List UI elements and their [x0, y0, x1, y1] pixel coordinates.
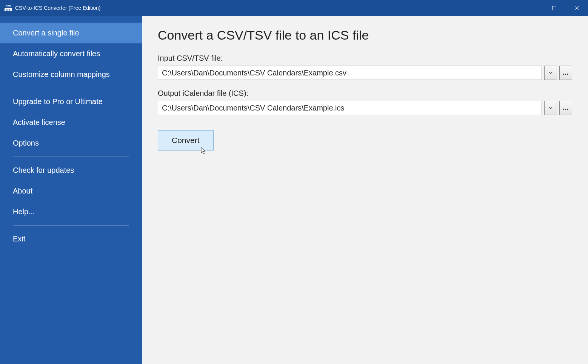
nav-customize-mappings[interactable]: Customize column mappings — [0, 64, 142, 85]
nav-upgrade[interactable]: Upgrade to Pro or Ultimate — [0, 91, 142, 112]
sidebar-divider — [13, 225, 129, 226]
window-title: CSV-to-ICS Converter (Free Edition) — [15, 5, 520, 11]
sidebar-divider — [13, 88, 129, 88]
page-title: Convert a CSV/TSV file to an ICS file — [158, 28, 572, 43]
output-file-browse-button[interactable]: ... — [559, 101, 572, 115]
nav-help[interactable]: Help... — [0, 201, 142, 222]
window-controls — [520, 0, 588, 16]
input-file-field[interactable] — [158, 66, 542, 80]
chevron-down-icon — [549, 72, 553, 74]
app-icon: CSV ICS — [5, 4, 12, 12]
nav-about[interactable]: About — [0, 181, 142, 201]
output-file-dropdown-button[interactable] — [544, 101, 557, 115]
svg-rect-1 — [552, 6, 556, 10]
main-panel: Convert a CSV/TSV file to an ICS file In… — [142, 16, 588, 364]
output-file-label: Output iCalendar file (ICS): — [158, 89, 572, 98]
nav-activate-license[interactable]: Activate license — [0, 112, 142, 133]
nav-exit[interactable]: Exit — [0, 229, 142, 249]
titlebar: CSV ICS CSV-to-ICS Converter (Free Editi… — [0, 0, 588, 16]
nav-auto-convert-files[interactable]: Automatically convert files — [0, 43, 142, 64]
minimize-button[interactable] — [520, 0, 543, 16]
nav-options[interactable]: Options — [0, 133, 142, 154]
input-file-label: Input CSV/TSV file: — [158, 54, 572, 63]
maximize-button[interactable] — [543, 0, 565, 16]
output-file-field[interactable] — [158, 101, 542, 115]
chevron-down-icon — [549, 107, 553, 109]
nav-convert-single-file[interactable]: Convert a single file — [0, 23, 142, 43]
close-button[interactable] — [565, 0, 588, 16]
input-file-dropdown-button[interactable] — [544, 66, 557, 80]
input-file-browse-button[interactable]: ... — [559, 66, 572, 80]
nav-check-updates[interactable]: Check for updates — [0, 160, 142, 181]
sidebar: Convert a single file Automatically conv… — [0, 16, 142, 364]
convert-button[interactable]: Convert — [158, 130, 214, 151]
sidebar-divider — [13, 157, 129, 157]
